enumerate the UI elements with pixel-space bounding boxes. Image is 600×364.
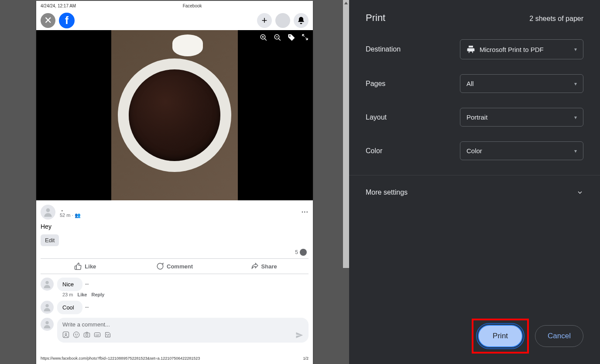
pages-label: Pages <box>366 80 460 88</box>
svg-line-3 <box>264 38 267 41</box>
svg-point-21 <box>108 334 109 335</box>
destination-label: Destination <box>366 45 460 53</box>
like-label: Like <box>85 263 96 270</box>
layout-value: Portrait <box>466 113 487 121</box>
avatar <box>41 318 54 331</box>
fullscreen-icon[interactable] <box>302 34 309 41</box>
avatar[interactable] <box>41 278 54 291</box>
avatar[interactable] <box>41 301 54 314</box>
sticker-icon[interactable] <box>104 331 111 339</box>
reaction-count: 5 <box>295 249 298 255</box>
preview-page: 4/24/24, 12:17 AM Facebook ✕ f + <box>36 1 313 364</box>
destination-value: Microsoft Print to PDF <box>480 46 544 53</box>
color-select[interactable]: Color ▾ <box>460 141 583 160</box>
svg-point-12 <box>65 333 67 335</box>
more-settings-label: More settings <box>366 189 408 196</box>
more-settings-toggle[interactable]: More settings <box>366 186 583 199</box>
tag-icon[interactable] <box>288 34 295 41</box>
print-preview-area: 4/24/24, 12:17 AM Facebook ✕ f + <box>0 0 349 364</box>
scroll-up-button[interactable] <box>343 0 349 6</box>
chevron-down-icon <box>576 189 583 196</box>
emoji-icon[interactable] <box>73 331 80 339</box>
post-menu-button[interactable]: ··· <box>302 208 309 216</box>
svg-point-17 <box>86 334 88 336</box>
share-button[interactable]: Share <box>219 259 309 274</box>
color-label: Color <box>366 147 460 155</box>
sheets-count: 2 sheets of paper <box>529 15 583 23</box>
comment-placeholder: Write a comment... <box>62 321 303 328</box>
scrollbar-thumb[interactable] <box>343 6 349 268</box>
chevron-down-icon: ▾ <box>574 81 577 87</box>
comment-input[interactable]: Write a comment... GIF <box>57 318 309 343</box>
pages-select[interactable]: All ▾ <box>460 74 583 93</box>
svg-point-15 <box>77 334 77 334</box>
footer-page-number: 1/2 <box>303 356 309 361</box>
post-text: Hey <box>41 223 309 230</box>
svg-text:GIF: GIF <box>96 334 100 337</box>
audience-friends-icon: 👥 <box>75 213 81 218</box>
svg-point-9 <box>45 304 48 307</box>
comment-menu-button[interactable]: ··· <box>85 305 89 310</box>
comment-text: Nice <box>57 278 82 291</box>
svg-line-6 <box>278 38 281 41</box>
share-label: Share <box>261 263 277 270</box>
comment-like-button[interactable]: Like <box>77 292 87 297</box>
layout-label: Layout <box>366 113 460 121</box>
post-time: 52 m <box>60 213 70 218</box>
panel-title: Print <box>366 12 385 24</box>
comment-label: Comment <box>167 263 193 270</box>
page-header-title: Facebook <box>183 3 202 8</box>
destination-select[interactable]: Microsoft Print to PDF ▾ <box>460 39 583 59</box>
facebook-logo[interactable]: f <box>59 13 75 28</box>
chevron-down-icon: ▾ <box>574 148 577 154</box>
like-button[interactable]: Like <box>41 259 130 274</box>
comment-button[interactable]: Comment <box>130 259 219 274</box>
svg-point-10 <box>45 321 48 324</box>
avatar[interactable] <box>41 205 55 220</box>
gif-icon[interactable]: GIF <box>94 331 101 339</box>
print-panel: Print 2 sheets of paper Destination Micr… <box>349 0 600 364</box>
avatar-sticker-icon[interactable] <box>62 331 69 339</box>
camera-icon[interactable] <box>83 331 90 339</box>
comment-age: 23 m <box>62 292 73 297</box>
send-icon[interactable] <box>295 331 303 339</box>
zoom-out-icon[interactable] <box>274 34 281 41</box>
close-icon[interactable]: ✕ <box>41 13 55 28</box>
post-photo <box>111 30 238 200</box>
page-header-datetime: 4/24/24, 12:17 AM <box>41 3 76 8</box>
edit-button[interactable]: Edit <box>41 234 59 246</box>
messenger-icon[interactable] <box>275 13 290 28</box>
chevron-down-icon: ▾ <box>574 46 577 52</box>
svg-point-8 <box>45 281 48 284</box>
svg-point-7 <box>46 208 50 212</box>
cancel-button[interactable]: Cancel <box>535 325 583 347</box>
svg-point-14 <box>75 334 75 334</box>
print-button[interactable]: Print <box>478 325 523 347</box>
svg-rect-16 <box>84 333 89 337</box>
notifications-icon[interactable] <box>294 13 309 28</box>
comment-item: Nice ··· 23 m Like Reply <box>41 278 309 297</box>
comment-text: Cool <box>57 301 82 314</box>
create-button[interactable]: + <box>257 13 272 28</box>
printer-icon <box>466 45 475 54</box>
chevron-down-icon: ▾ <box>574 114 577 120</box>
reaction-icon[interactable] <box>300 249 307 256</box>
footer-url: https://www.facebook.com/photo?fbid=1221… <box>41 356 200 361</box>
comment-item: Cool ··· <box>41 301 309 314</box>
zoom-in-icon[interactable] <box>260 34 267 41</box>
photo-viewer <box>36 30 313 200</box>
pages-value: All <box>466 80 474 87</box>
svg-point-13 <box>73 332 79 337</box>
post-author-name[interactable]: . <box>60 206 81 213</box>
layout-select[interactable]: Portrait ▾ <box>460 108 583 127</box>
comment-menu-button[interactable]: ··· <box>85 282 89 287</box>
svg-point-20 <box>106 334 107 335</box>
svg-rect-11 <box>63 332 69 337</box>
color-value: Color <box>466 147 482 155</box>
print-button-highlight: Print <box>472 319 529 354</box>
comment-reply-button[interactable]: Reply <box>91 292 104 297</box>
